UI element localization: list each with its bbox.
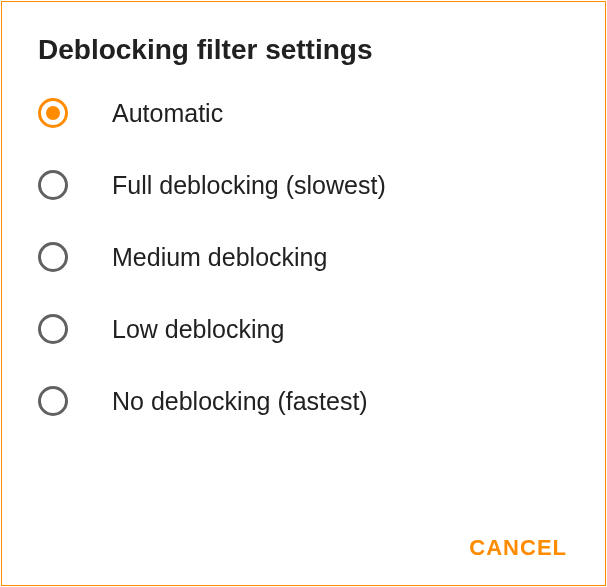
radio-icon	[38, 314, 68, 344]
option-medium-deblocking[interactable]: Medium deblocking	[38, 242, 569, 272]
option-label: Automatic	[112, 99, 223, 128]
option-full-deblocking[interactable]: Full deblocking (slowest)	[38, 170, 569, 200]
cancel-button[interactable]: CANCEL	[467, 531, 569, 565]
option-low-deblocking[interactable]: Low deblocking	[38, 314, 569, 344]
option-label: Low deblocking	[112, 315, 284, 344]
dialog-actions: CANCEL	[38, 519, 569, 565]
radio-icon	[38, 98, 68, 128]
options-list: Automatic Full deblocking (slowest) Medi…	[38, 98, 569, 519]
deblocking-settings-dialog: Deblocking filter settings Automatic Ful…	[1, 1, 606, 586]
option-no-deblocking[interactable]: No deblocking (fastest)	[38, 386, 569, 416]
dialog-title: Deblocking filter settings	[38, 34, 569, 66]
radio-icon	[38, 170, 68, 200]
option-label: Medium deblocking	[112, 243, 327, 272]
option-label: No deblocking (fastest)	[112, 387, 368, 416]
option-label: Full deblocking (slowest)	[112, 171, 386, 200]
option-automatic[interactable]: Automatic	[38, 98, 569, 128]
radio-icon	[38, 242, 68, 272]
radio-icon	[38, 386, 68, 416]
